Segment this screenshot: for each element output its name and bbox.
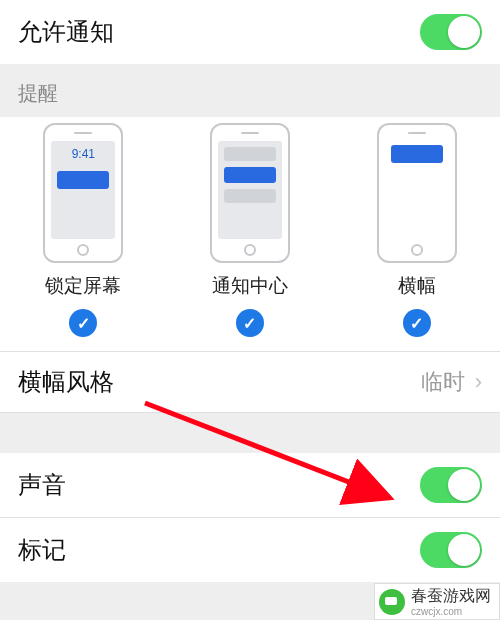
- alerts-group: 9:41 锁定屏幕 通知中心: [0, 117, 500, 352]
- watermark-logo-icon: [379, 589, 405, 615]
- banner-preview-icon: [377, 123, 457, 263]
- chevron-right-icon: ›: [475, 369, 482, 395]
- lockscreen-time: 9:41: [51, 147, 115, 161]
- banner-checkmark-icon: [403, 309, 431, 337]
- watermark-name: 春蚕游戏网: [411, 586, 491, 607]
- notification-center-label: 通知中心: [212, 273, 288, 299]
- notification-center-checkmark-icon: [236, 309, 264, 337]
- alert-option-banner[interactable]: 横幅: [334, 123, 499, 337]
- section-gap: [0, 413, 500, 453]
- lockscreen-checkmark-icon: [69, 309, 97, 337]
- sounds-label: 声音: [18, 469, 66, 501]
- badges-label: 标记: [18, 534, 66, 566]
- banner-label: 横幅: [398, 273, 436, 299]
- lockscreen-label: 锁定屏幕: [45, 273, 121, 299]
- alert-option-lockscreen[interactable]: 9:41 锁定屏幕: [1, 123, 166, 337]
- banner-style-value: 临时: [421, 367, 465, 397]
- allow-notifications-label: 允许通知: [18, 16, 114, 48]
- watermark: 春蚕游戏网 czwcjx.com: [374, 583, 500, 620]
- allow-notifications-toggle[interactable]: [420, 14, 482, 50]
- alert-option-notification-center[interactable]: 通知中心: [167, 123, 332, 337]
- banner-style-row[interactable]: 横幅风格 临时 ›: [0, 352, 500, 413]
- allow-notifications-row: 允许通知: [0, 0, 500, 64]
- sounds-toggle[interactable]: [420, 467, 482, 503]
- alerts-section-header: 提醒: [0, 64, 500, 117]
- watermark-url: czwcjx.com: [411, 607, 491, 617]
- notification-center-preview-icon: [210, 123, 290, 263]
- banner-style-label: 横幅风格: [18, 366, 114, 398]
- sounds-row: 声音: [0, 453, 500, 518]
- badges-row: 标记: [0, 518, 500, 582]
- lockscreen-preview-icon: 9:41: [43, 123, 123, 263]
- badges-toggle[interactable]: [420, 532, 482, 568]
